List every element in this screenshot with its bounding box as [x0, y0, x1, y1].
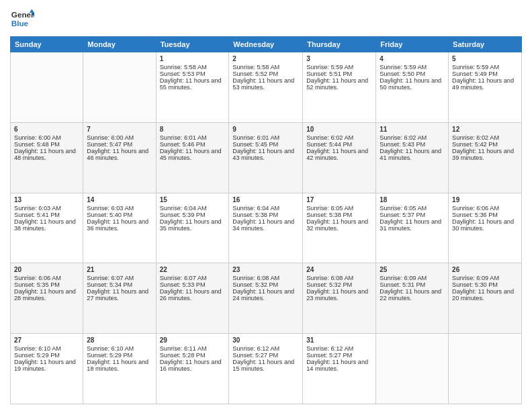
sunrise-text: Sunrise: 5:59 AM — [306, 64, 372, 71]
sunset-text: Sunset: 5:43 PM — [380, 141, 445, 148]
sunrise-text: Sunrise: 6:01 AM — [160, 134, 226, 141]
calendar-cell: 29Sunrise: 6:11 AMSunset: 5:28 PMDayligh… — [156, 334, 229, 404]
daylight-text: Daylight: 11 hours and 43 minutes. — [232, 148, 299, 161]
calendar-table: SundayMondayTuesdayWednesdayThursdayFrid… — [10, 36, 522, 404]
sunset-text: Sunset: 5:32 PM — [306, 281, 372, 288]
daylight-text: Daylight: 11 hours and 55 minutes. — [160, 77, 226, 91]
calendar-cell: 30Sunrise: 6:12 AMSunset: 5:27 PMDayligh… — [229, 334, 303, 404]
page: General Blue SundayMondayTuesdayWednesda… — [0, 0, 532, 411]
daylight-text: Daylight: 11 hours and 46 minutes. — [87, 148, 152, 161]
sunrise-text: Sunrise: 6:04 AM — [160, 205, 226, 212]
sunset-text: Sunset: 5:44 PM — [306, 141, 372, 148]
calendar-cell — [376, 334, 449, 404]
calendar-cell: 14Sunrise: 6:03 AMSunset: 5:40 PMDayligh… — [83, 193, 156, 263]
day-number: 29 — [160, 336, 226, 344]
sunset-text: Sunset: 5:41 PM — [14, 212, 79, 218]
svg-text:Blue: Blue — [11, 19, 29, 28]
calendar-cell: 20Sunrise: 6:06 AMSunset: 5:35 PMDayligh… — [11, 263, 83, 334]
daylight-text: Daylight: 11 hours and 24 minutes. — [232, 288, 299, 302]
day-number: 22 — [160, 266, 226, 273]
daylight-text: Daylight: 11 hours and 14 minutes. — [306, 359, 372, 372]
sunset-text: Sunset: 5:34 PM — [87, 281, 152, 288]
calendar-cell: 27Sunrise: 6:10 AMSunset: 5:29 PMDayligh… — [11, 334, 83, 404]
calendar-cell: 9Sunrise: 6:01 AMSunset: 5:45 PMDaylight… — [229, 122, 303, 193]
calendar-cell: 10Sunrise: 6:02 AMSunset: 5:44 PMDayligh… — [303, 122, 376, 193]
sunset-text: Sunset: 5:47 PM — [87, 141, 152, 148]
week-row-4: 27Sunrise: 6:10 AMSunset: 5:29 PMDayligh… — [11, 334, 522, 404]
sunset-text: Sunset: 5:45 PM — [232, 141, 299, 148]
sunset-text: Sunset: 5:38 PM — [306, 212, 372, 218]
daylight-text: Daylight: 11 hours and 16 minutes. — [160, 359, 226, 372]
day-number: 25 — [380, 266, 445, 273]
calendar-cell: 1Sunrise: 5:58 AMSunset: 5:53 PMDaylight… — [156, 52, 229, 123]
calendar-cell: 2Sunrise: 5:58 AMSunset: 5:52 PMDaylight… — [229, 52, 303, 123]
daylight-text: Daylight: 11 hours and 52 minutes. — [306, 77, 372, 91]
day-number: 4 — [380, 55, 445, 62]
sunset-text: Sunset: 5:29 PM — [14, 352, 79, 359]
day-number: 18 — [380, 196, 445, 203]
day-number: 26 — [452, 266, 518, 273]
sunset-text: Sunset: 5:29 PM — [87, 352, 152, 359]
header: General Blue — [10, 7, 522, 31]
sunrise-text: Sunrise: 6:06 AM — [452, 205, 518, 212]
day-number: 19 — [452, 196, 518, 203]
calendar-cell: 6Sunrise: 6:00 AMSunset: 5:48 PMDaylight… — [11, 122, 83, 193]
sunset-text: Sunset: 5:33 PM — [160, 281, 226, 288]
calendar-cell: 21Sunrise: 6:07 AMSunset: 5:34 PMDayligh… — [83, 263, 156, 334]
sunset-text: Sunset: 5:50 PM — [380, 71, 445, 77]
sunset-text: Sunset: 5:51 PM — [306, 71, 372, 77]
sunrise-text: Sunrise: 5:59 AM — [380, 64, 445, 71]
daylight-text: Daylight: 11 hours and 34 minutes. — [232, 218, 299, 232]
sunrise-text: Sunrise: 6:02 AM — [306, 134, 372, 141]
weekday-header-tuesday: Tuesday — [156, 37, 229, 52]
calendar-cell: 28Sunrise: 6:10 AMSunset: 5:29 PMDayligh… — [83, 334, 156, 404]
weekday-header-sunday: Sunday — [11, 37, 83, 52]
daylight-text: Daylight: 11 hours and 53 minutes. — [232, 77, 299, 91]
day-number: 10 — [306, 126, 372, 133]
calendar-cell: 15Sunrise: 6:04 AMSunset: 5:39 PMDayligh… — [156, 193, 229, 263]
sunrise-text: Sunrise: 6:12 AM — [306, 345, 372, 352]
sunrise-text: Sunrise: 6:07 AM — [160, 275, 226, 281]
day-number: 31 — [306, 336, 372, 344]
calendar-cell: 7Sunrise: 6:00 AMSunset: 5:47 PMDaylight… — [83, 122, 156, 193]
sunrise-text: Sunrise: 6:08 AM — [232, 275, 299, 281]
sunrise-text: Sunrise: 6:00 AM — [14, 134, 79, 141]
week-row-2: 13Sunrise: 6:03 AMSunset: 5:41 PMDayligh… — [11, 193, 522, 263]
sunset-text: Sunset: 5:36 PM — [452, 212, 518, 218]
calendar-cell: 31Sunrise: 6:12 AMSunset: 5:27 PMDayligh… — [303, 334, 376, 404]
day-number: 17 — [306, 196, 372, 203]
calendar-cell: 16Sunrise: 6:04 AMSunset: 5:38 PMDayligh… — [229, 193, 303, 263]
day-number: 16 — [232, 196, 299, 203]
sunrise-text: Sunrise: 6:07 AM — [87, 275, 152, 281]
daylight-text: Daylight: 11 hours and 20 minutes. — [452, 288, 518, 302]
daylight-text: Daylight: 11 hours and 35 minutes. — [160, 218, 226, 232]
weekday-header-wednesday: Wednesday — [229, 37, 303, 52]
sunset-text: Sunset: 5:28 PM — [160, 352, 226, 359]
weekday-header-friday: Friday — [376, 37, 449, 52]
week-row-3: 20Sunrise: 6:06 AMSunset: 5:35 PMDayligh… — [11, 263, 522, 334]
sunrise-text: Sunrise: 6:10 AM — [14, 345, 79, 352]
calendar-cell: 5Sunrise: 5:59 AMSunset: 5:49 PMDaylight… — [449, 52, 522, 123]
sunrise-text: Sunrise: 6:11 AM — [160, 345, 226, 352]
day-number: 28 — [87, 336, 152, 344]
sunset-text: Sunset: 5:53 PM — [160, 71, 226, 77]
calendar-cell: 22Sunrise: 6:07 AMSunset: 5:33 PMDayligh… — [156, 263, 229, 334]
day-number: 3 — [306, 55, 372, 62]
daylight-text: Daylight: 11 hours and 38 minutes. — [14, 218, 79, 232]
sunrise-text: Sunrise: 6:06 AM — [14, 275, 79, 281]
weekday-header-thursday: Thursday — [303, 37, 376, 52]
weekday-header-row: SundayMondayTuesdayWednesdayThursdayFrid… — [11, 37, 522, 52]
calendar-cell — [83, 52, 156, 123]
daylight-text: Daylight: 11 hours and 42 minutes. — [306, 148, 372, 161]
week-row-1: 6Sunrise: 6:00 AMSunset: 5:48 PMDaylight… — [11, 122, 522, 193]
calendar-cell: 24Sunrise: 6:08 AMSunset: 5:32 PMDayligh… — [303, 263, 376, 334]
calendar-cell: 17Sunrise: 6:05 AMSunset: 5:38 PMDayligh… — [303, 193, 376, 263]
daylight-text: Daylight: 11 hours and 22 minutes. — [380, 288, 445, 302]
day-number: 20 — [14, 266, 79, 273]
sunset-text: Sunset: 5:27 PM — [232, 352, 299, 359]
daylight-text: Daylight: 11 hours and 32 minutes. — [306, 218, 372, 232]
sunset-text: Sunset: 5:31 PM — [380, 281, 445, 288]
sunrise-text: Sunrise: 6:02 AM — [452, 134, 518, 141]
daylight-text: Daylight: 11 hours and 30 minutes. — [452, 218, 518, 232]
day-number: 9 — [232, 126, 299, 133]
